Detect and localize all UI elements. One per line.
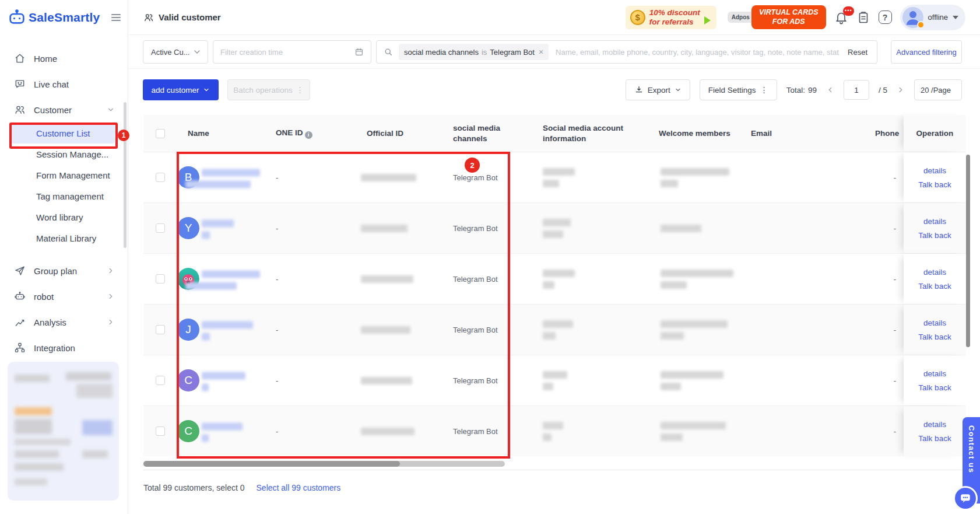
welcome-members-cell (650, 371, 742, 390)
phone-cell: - (866, 326, 904, 334)
notification-badge: ••• (843, 6, 853, 16)
details-link[interactable]: details (923, 420, 946, 429)
row-checkbox[interactable] (156, 274, 165, 284)
redacted-block (361, 275, 413, 283)
export-button[interactable]: Export (626, 79, 690, 100)
redacted-block (361, 377, 412, 384)
current-page-input[interactable]: 1 (844, 80, 869, 100)
sidebar-item-integration[interactable]: Integration (0, 335, 128, 361)
channel-cell: Telegram Bot (444, 173, 534, 182)
page-title-text: Valid customer (159, 12, 221, 22)
sidebar-item-material-library[interactable]: Material Library (10, 228, 115, 249)
talk-back-link[interactable]: Talk back (918, 383, 951, 392)
redacted-block (202, 219, 234, 227)
details-link[interactable]: details (923, 217, 946, 226)
clipboard-icon[interactable] (856, 11, 870, 25)
account-info-cell (534, 219, 650, 238)
sidebar-item-home[interactable]: Home (0, 46, 128, 71)
advanced-filtering-button[interactable]: Advanced filtering (891, 40, 962, 64)
row-checkbox[interactable] (156, 426, 165, 436)
collapse-sidebar-icon[interactable] (111, 12, 121, 23)
details-link[interactable]: details (923, 319, 946, 327)
sidebar-item-session-manage[interactable]: Session Manage... (10, 144, 115, 165)
official-id-cell (356, 377, 444, 384)
sidebar-blurred-card (8, 362, 119, 501)
redacted-block (661, 320, 728, 328)
search-filter-tag[interactable]: social media channels is Telegram Bot × (399, 44, 549, 60)
redacted-block (185, 180, 251, 188)
row-checkbox[interactable] (156, 173, 165, 182)
search-input[interactable]: social media channels is Telegram Bot × … (376, 40, 877, 64)
reset-button[interactable]: Reset (842, 48, 871, 57)
redacted-block (661, 225, 701, 232)
redacted-block (15, 419, 52, 434)
field-settings-button[interactable]: Field Settings ⋮ (700, 79, 777, 100)
details-link[interactable]: details (923, 369, 946, 378)
contact-chat-icon[interactable] (953, 486, 978, 510)
sidebar-scrollbar[interactable] (124, 102, 127, 248)
next-page-icon[interactable] (897, 86, 905, 94)
user-avatar (902, 7, 923, 28)
redacted-name (177, 372, 245, 391)
column-header-welcome-members: Welcome members (650, 128, 742, 139)
customer-segment-select[interactable]: Active Cu... (143, 40, 208, 64)
sidebar-item-tag-management[interactable]: Tag management (10, 186, 115, 207)
sidebar-item-customer-list[interactable]: Customer List (10, 123, 115, 144)
select-all-checkbox[interactable] (156, 129, 165, 138)
official-id-cell (356, 428, 444, 435)
notifications-bell-icon[interactable]: ••• (834, 11, 848, 25)
talk-back-link[interactable]: Talk back (918, 282, 951, 291)
chevron-down-icon (953, 16, 958, 19)
row-checkbox[interactable] (156, 325, 165, 334)
table-header: NameONE IDiOfficial IDsocial media chann… (143, 115, 966, 152)
sidebar-item-customer[interactable]: Customer (0, 97, 128, 123)
sidebar-item-group-plan[interactable]: Group plan (0, 258, 128, 284)
table-horizontal-scrollbar[interactable] (143, 461, 505, 467)
operation-cell: detailsTalk back (904, 254, 966, 304)
column-header-social-media-channels: social media channels (444, 123, 534, 144)
add-customer-label: add customer (152, 86, 199, 95)
sidebar-item-word-library[interactable]: Word library (10, 207, 115, 228)
redacted-block (661, 371, 723, 379)
name-cell: B (177, 152, 265, 202)
sidebar-item-analysis[interactable]: Analysis (0, 309, 128, 335)
redacted-block (76, 384, 113, 398)
row-checkbox[interactable] (156, 376, 165, 385)
table-toolbar: add customer Batch operations ⋮ Export (128, 76, 980, 104)
table-body: B-Telegram Bot-detailsTalk backY-Telegra… (143, 152, 966, 456)
virtual-cards-ad-banner[interactable]: Adpos VIRTUAL CARDS FOR ADS (725, 5, 826, 29)
info-icon[interactable]: i (305, 131, 312, 139)
tag-operator: is (482, 48, 487, 57)
integration-icon (14, 342, 26, 354)
sidebar-item-form-management[interactable]: Form Management (10, 165, 115, 186)
details-link[interactable]: details (923, 268, 946, 277)
redacted-block (661, 383, 681, 390)
creation-time-filter-input[interactable]: Filter creation time (213, 40, 371, 64)
field-settings-label: Field Settings (708, 86, 756, 95)
user-menu[interactable]: offline (900, 5, 965, 30)
page-size-select[interactable]: 20 /Page (914, 79, 962, 100)
row-checkbox[interactable] (156, 223, 165, 233)
add-customer-button[interactable]: add customer (143, 79, 219, 100)
remove-tag-icon[interactable]: × (539, 47, 543, 57)
operation-cell: detailsTalk back (904, 152, 966, 202)
sidebar-item-live-chat[interactable]: Live chat (0, 71, 128, 97)
help-icon[interactable]: ? (879, 11, 892, 24)
talk-back-link[interactable]: Talk back (918, 434, 951, 443)
redacted-block (82, 420, 113, 435)
table-footer: Total 99 customers, select 0 Select all … (143, 470, 966, 492)
table-row: B-Telegram Bot-detailsTalk back (143, 152, 966, 202)
prev-page-icon[interactable] (826, 86, 834, 94)
one-id-cell: - (265, 224, 356, 233)
redacted-block (66, 372, 111, 380)
talk-back-link[interactable]: Talk back (918, 333, 951, 341)
talk-back-link[interactable]: Talk back (918, 180, 951, 189)
select-all-link[interactable]: Select all 99 customers (257, 483, 341, 492)
table-vertical-scrollbar[interactable] (966, 155, 970, 347)
referral-promo-banner[interactable]: $ 10% discount for referrals (626, 6, 716, 29)
talk-back-link[interactable]: Talk back (918, 231, 951, 240)
sidebar-item-robot[interactable]: robot (0, 284, 128, 309)
users-icon (14, 104, 26, 116)
redacted-block (202, 270, 260, 278)
details-link[interactable]: details (923, 166, 946, 175)
